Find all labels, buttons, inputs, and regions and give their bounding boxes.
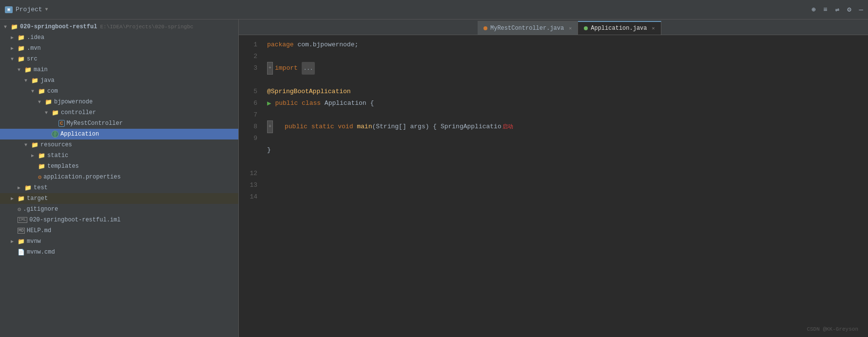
title-bar-left: ▣ Project ▼ [5, 6, 48, 13]
application-class-icon: @ [52, 131, 58, 138]
minimize-icon[interactable]: — [859, 6, 863, 14]
help-label: HELP.md [27, 227, 51, 234]
help-icon: MD [18, 228, 25, 234]
code-content[interactable]: package com.bjpowernode; + import ... [263, 35, 868, 337]
navigate-icon[interactable]: ⊕ [811, 5, 815, 14]
tab-bar: MyRestController.java ✕ Application.java… [239, 20, 868, 35]
sidebar-item-appprops[interactable]: ⚙ application.properties [0, 172, 238, 182]
spring-app-ref: SpringApplicatio [441, 121, 502, 133]
root-label: 020-springboot-restful [20, 23, 97, 30]
sidebar-item-controller[interactable]: ▼ 📁 controller [0, 107, 238, 118]
static-folder-icon: 📁 [38, 152, 45, 159]
sidebar-item-application[interactable]: @ Application [0, 129, 238, 139]
title-bar: ▣ Project ▼ ⊕ ≡ ⇌ ⚙ — [0, 0, 868, 20]
code-line-6: @SpringBootApplication [267, 86, 868, 98]
editor[interactable]: 1 2 3 4 5 6 7 8 9 10 11 12 13 14 [239, 35, 868, 337]
idea-folder-icon: 📁 [18, 34, 25, 41]
sidebar-item-help[interactable]: MD HELP.md [0, 225, 238, 236]
run-arrow-icon[interactable]: ▶ [267, 98, 271, 109]
method-main: main [357, 121, 372, 133]
tab-application[interactable]: Application.java ✕ [578, 21, 661, 35]
main-folder-icon: 📁 [24, 66, 32, 74]
import-expand-btn[interactable]: + [267, 62, 273, 75]
templates-folder-icon: 📁 [38, 163, 45, 170]
editor-wrapper: MyRestController.java ✕ Application.java… [239, 20, 868, 337]
gitignore-icon: ⚙ [18, 206, 21, 213]
sidebar-item-iml[interactable]: IML 020-springboot-restful.iml [0, 215, 238, 225]
com-label: com [47, 88, 58, 95]
mvnw-folder-icon: 📁 [18, 238, 25, 245]
appprops-icon: ⚙ [38, 174, 41, 181]
sidebar-item-bjpowernode[interactable]: ▼ 📁 bjpowernode [0, 97, 238, 107]
myrest-class-icon: C [58, 120, 65, 127]
sidebar-item-mvnw[interactable]: ▶ 📁 mvnw [0, 236, 238, 247]
annotation-springboot: @SpringBootApplication [267, 86, 351, 98]
sidebar-item-static[interactable]: ▶ 📁 static [0, 150, 238, 161]
sidebar-item-resources[interactable]: ▼ 📁 resources [0, 139, 238, 150]
sidebar-item-target[interactable]: ▶ 📁 target [0, 193, 238, 204]
title-bar-icons: ⊕ ≡ ⇌ ⚙ — [811, 5, 863, 14]
sidebar-item-test[interactable]: ▶ 📁 test [0, 182, 238, 193]
structure-icon[interactable]: ≡ [823, 6, 827, 14]
dropdown-arrow[interactable]: ▼ [45, 7, 48, 12]
sidebar: ▼ 📁 020-springboot-restful E:\IDEA\Proje… [0, 20, 239, 337]
class-name-application: Application [325, 98, 370, 109]
package-name: com.bjpowernode; [297, 39, 358, 51]
bjpowernode-folder-icon: 📁 [45, 99, 52, 106]
controller-folder-icon: 📁 [52, 109, 59, 117]
mvn-folder-icon: 📁 [18, 45, 25, 52]
sidebar-item-templates[interactable]: 📁 templates [0, 161, 238, 172]
kw-class: class [302, 98, 325, 109]
mvnw-arrow: ▶ [11, 238, 18, 244]
iml-icon: IML [18, 217, 27, 223]
templates-label: templates [47, 163, 79, 170]
root-path: E:\IDEA\Projects\020-springbc [100, 24, 193, 30]
sidebar-item-gitignore[interactable]: ⚙ .gitignore [0, 204, 238, 215]
sidebar-item-src[interactable]: ▼ 📁 src [0, 54, 238, 64]
myrest-tab-close[interactable]: ✕ [569, 25, 572, 31]
com-arrow: ▼ [31, 89, 38, 94]
method-expand-btn[interactable]: + [267, 120, 273, 133]
watermark: CSDN @KK-Greyson [807, 326, 858, 332]
static-arrow: ▶ [31, 153, 38, 159]
bjpowernode-arrow: ▼ [38, 99, 45, 105]
main-label: main [34, 66, 48, 73]
src-folder-icon: 📁 [18, 56, 25, 63]
code-area: 1 2 3 4 5 6 7 8 9 10 11 12 13 14 [239, 35, 868, 337]
sidebar-item-root[interactable]: ▼ 📁 020-springboot-restful E:\IDEA\Proje… [0, 21, 238, 32]
target-folder-icon: 📁 [18, 195, 25, 202]
code-line-1: package com.bjpowernode; [267, 39, 868, 51]
tab-myrestcontroller[interactable]: MyRestController.java ✕ [478, 21, 578, 35]
app-tab-close[interactable]: ✕ [652, 25, 655, 31]
diff-icon[interactable]: ⇌ [835, 5, 839, 14]
main-layout: ▼ 📁 020-springboot-restful E:\IDEA\Proje… [0, 20, 868, 337]
kw-static: static [311, 121, 338, 133]
project-label: Project [16, 6, 42, 13]
sidebar-item-main[interactable]: ▼ 📁 main [0, 64, 238, 75]
mvn-label: .mvn [27, 45, 41, 52]
com-folder-icon: 📁 [38, 88, 45, 95]
target-label: target [27, 195, 48, 202]
sidebar-item-com[interactable]: ▼ 📁 com [0, 86, 238, 97]
code-line-7: ▶ public class Application { [267, 98, 868, 109]
method-params: (String[] args) { [372, 121, 440, 133]
close-brace: } [267, 144, 271, 156]
sidebar-item-mvnwcmd[interactable]: 📄 mvnw.cmd [0, 247, 238, 258]
kw-package: package [267, 39, 297, 51]
sidebar-item-mvn[interactable]: ▶ 📁 .mvn [0, 43, 238, 54]
sidebar-item-myrestcontroller[interactable]: C MyRestController [0, 118, 238, 129]
sidebar-item-java[interactable]: ▼ 📁 java [0, 75, 238, 86]
sidebar-item-idea[interactable]: ▶ 📁 .idea [0, 32, 238, 43]
code-line-5 [267, 74, 868, 86]
test-arrow: ▶ [18, 185, 24, 191]
code-line-3: + import ... [267, 62, 868, 74]
controller-arrow: ▼ [45, 110, 52, 116]
root-arrow: ▼ [4, 24, 11, 30]
settings-icon[interactable]: ⚙ [847, 5, 851, 14]
java-folder-icon: 📁 [31, 77, 39, 84]
kw-public-7: public [275, 98, 302, 109]
static-label: static [47, 152, 68, 159]
code-line-2 [267, 51, 868, 62]
src-arrow: ▼ [11, 57, 18, 62]
mvn-arrow: ▶ [11, 45, 18, 51]
